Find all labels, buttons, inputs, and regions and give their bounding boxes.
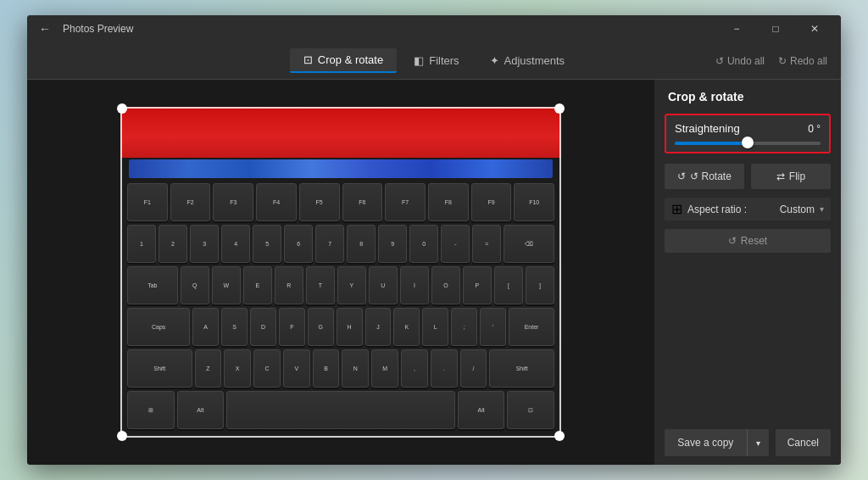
flip-button[interactable]: ⇄ Flip — [751, 164, 831, 189]
maximize-button[interactable]: □ — [756, 15, 795, 42]
tab-adjustments-label: Adjustments — [504, 54, 565, 67]
crop-icon: ⊡ — [303, 53, 313, 66]
chevron-down-icon: ▾ — [756, 438, 760, 448]
main-window: ← Photos Preview − □ ✕ ⊡ Crop & rotate ◧… — [27, 15, 841, 465]
tab-filters-label: Filters — [429, 54, 459, 67]
rotate-icon: ↺ — [677, 170, 686, 182]
title-bar-left: ← Photos Preview — [34, 20, 717, 37]
filters-icon: ◧ — [414, 54, 424, 67]
straightening-slider[interactable] — [675, 142, 821, 145]
flip-icon: ⇄ — [776, 170, 785, 182]
minimize-button[interactable]: − — [717, 15, 756, 42]
redo-all-button[interactable]: ↻ Redo all — [778, 55, 827, 67]
crop-handle-top-right[interactable] — [554, 103, 565, 114]
straightening-header: Straightening 0 ° — [675, 122, 821, 135]
window-controls: − □ ✕ — [717, 15, 834, 42]
tab-crop-rotate-label: Crop & rotate — [318, 53, 383, 66]
straightening-section: Straightening 0 ° — [665, 114, 831, 153]
aspect-ratio-value: Custom — [780, 204, 815, 215]
reset-label: Reset — [741, 235, 767, 247]
crop-handle-bottom-left[interactable] — [117, 431, 127, 441]
cancel-button[interactable]: Cancel — [776, 429, 831, 456]
main-content: F1 F2 F3 F4 F5 F6 F7 F8 F9 F10 1 — [27, 80, 841, 465]
straightening-label: Straightening — [675, 122, 740, 135]
undo-icon: ↺ — [715, 55, 724, 67]
aspect-ratio-label: Aspect ratio : — [687, 204, 775, 215]
aspect-ratio-row[interactable]: ⊞ Aspect ratio : Custom ▾ — [665, 198, 831, 220]
rotate-button[interactable]: ↺ ↺ Rotate — [665, 164, 744, 189]
crop-handle-bottom-right[interactable] — [554, 431, 565, 441]
rotate-label: ↺ Rotate — [690, 170, 732, 182]
toolbar-right: ↺ Undo all ↻ Redo all — [715, 55, 827, 67]
slider-thumb[interactable] — [742, 137, 754, 148]
panel-title: Crop & rotate — [654, 80, 841, 110]
image-container: F1 F2 F3 F4 F5 F6 F7 F8 F9 F10 1 — [120, 107, 561, 438]
crop-handle-top-left[interactable] — [117, 103, 127, 114]
adjustments-icon: ✦ — [490, 54, 499, 67]
redo-all-label: Redo all — [790, 55, 827, 67]
app-title: Photos Preview — [63, 23, 133, 35]
slider-fill — [675, 142, 748, 145]
flip-label: Flip — [789, 170, 805, 182]
reset-button[interactable]: ↺ Reset — [665, 229, 831, 253]
panel-footer: Save a copy ▾ Cancel — [654, 421, 841, 465]
back-button[interactable]: ← — [34, 20, 56, 37]
aspect-ratio-icon: ⊞ — [671, 201, 682, 217]
toolbar-tabs: ⊡ Crop & rotate ◧ Filters ✦ Adjustments — [290, 48, 578, 73]
save-copy-dropdown-button[interactable]: ▾ — [747, 429, 769, 456]
undo-all-label: Undo all — [727, 55, 765, 67]
save-copy-button[interactable]: Save a copy — [665, 429, 747, 456]
chevron-down-icon: ▾ — [820, 204, 824, 214]
right-panel: Crop & rotate Straightening 0 ° ↺ ↺ Rota… — [654, 80, 841, 465]
reset-icon: ↺ — [728, 235, 737, 247]
close-button[interactable]: ✕ — [795, 15, 834, 42]
straightening-value: 0 ° — [808, 123, 821, 135]
crop-overlay[interactable] — [120, 107, 561, 438]
redo-icon: ↻ — [778, 55, 787, 67]
tab-crop-rotate[interactable]: ⊡ Crop & rotate — [290, 48, 397, 73]
toolbar: ⊡ Crop & rotate ◧ Filters ✦ Adjustments … — [27, 42, 841, 80]
tab-adjustments[interactable]: ✦ Adjustments — [476, 49, 579, 72]
tab-filters[interactable]: ◧ Filters — [400, 49, 472, 72]
rotate-flip-row: ↺ ↺ Rotate ⇄ Flip — [665, 164, 831, 189]
title-bar: ← Photos Preview − □ ✕ — [27, 15, 841, 42]
undo-all-button[interactable]: ↺ Undo all — [715, 55, 765, 67]
canvas-area: F1 F2 F3 F4 F5 F6 F7 F8 F9 F10 1 — [27, 80, 654, 465]
save-copy-group: Save a copy ▾ — [665, 429, 769, 456]
panel-spacer — [654, 256, 841, 421]
